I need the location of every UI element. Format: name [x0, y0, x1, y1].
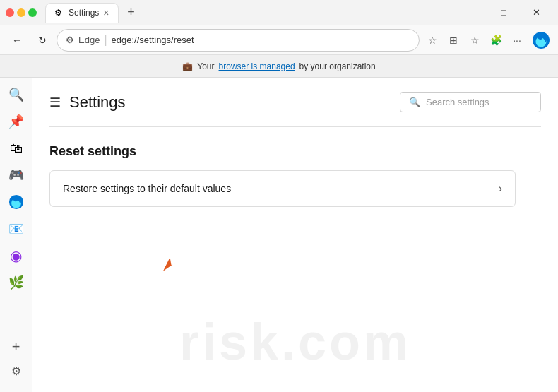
minimize-btn[interactable]: — [455, 0, 487, 25]
tab-bar: ⚙ Settings × + [45, 3, 141, 23]
sidebar-icon-pin[interactable]: 📌 [5, 110, 28, 133]
sidebar-icon-edge[interactable] [5, 191, 28, 213]
main-layout: 🔍 📌 🛍 🎮 📧 ◉ 🌿 + ⚙ ☰ Settings 🔍 Search se… [0, 78, 558, 392]
settings-tab[interactable]: ⚙ Settings × [45, 3, 119, 23]
watermark: risk.com [179, 313, 411, 371]
managed-link[interactable]: browser is managed [219, 61, 295, 71]
minimize-window-btn[interactable] [17, 8, 25, 17]
address-favicon-icon: ⚙ [66, 35, 74, 45]
search-settings-box[interactable]: 🔍 Search settings [400, 92, 541, 112]
sidebar-icon-games[interactable]: 🎮 [5, 164, 28, 186]
close-window-btn[interactable] [6, 8, 14, 17]
hamburger-menu-icon[interactable]: ☰ [49, 95, 61, 110]
tab-favicon-icon: ⚙ [54, 8, 64, 18]
section-title: Reset settings [49, 144, 541, 159]
title-bar-controls: — □ ✕ [455, 0, 552, 25]
refresh-button[interactable]: ↻ [31, 29, 54, 52]
sidebar-icon-purple[interactable]: ◉ [5, 244, 28, 267]
new-tab-button[interactable]: + [121, 3, 141, 23]
search-settings-placeholder: Search settings [426, 97, 489, 107]
page-title: Settings [69, 93, 126, 112]
favorites-icon[interactable]: ☆ [465, 30, 485, 50]
sidebar-bottom: + ⚙ [6, 331, 26, 386]
sidebar-icon-outlook[interactable]: 📧 [5, 218, 28, 240]
edge-profile-icon[interactable] [530, 29, 552, 52]
content-area: ☰ Settings 🔍 Search settings Reset setti… [32, 78, 558, 392]
maximize-btn[interactable]: □ [487, 0, 520, 25]
collections-icon[interactable]: ⊞ [444, 30, 463, 50]
more-button[interactable]: ··· [507, 30, 527, 50]
restore-defaults-card[interactable]: Restore settings to their default values… [49, 170, 516, 207]
settings-header: ☰ Settings 🔍 Search settings [49, 92, 541, 112]
info-bar: 💼 Your browser is managed by your organi… [0, 55, 558, 78]
divider [49, 126, 541, 127]
maximize-window-btn[interactable] [28, 8, 37, 17]
sidebar-icon-shopping[interactable]: 🛍 [5, 137, 28, 160]
sidebar-icon-green[interactable]: 🌿 [5, 271, 28, 294]
chevron-right-icon: › [499, 182, 502, 195]
title-bar: ⚙ Settings × + — □ ✕ [0, 0, 558, 25]
nav-tools: ☆ ⊞ ☆ 🧩 ··· [422, 30, 527, 50]
info-text-after: by your organization [299, 61, 376, 71]
sidebar-icon-search[interactable]: 🔍 [5, 83, 28, 106]
tab-close-icon[interactable]: × [103, 8, 109, 18]
search-icon: 🔍 [409, 97, 420, 107]
star-icon[interactable]: ☆ [422, 30, 442, 50]
nav-bar: ← ↻ ⚙ Edge | edge://settings/reset ☆ ⊞ ☆… [0, 25, 558, 55]
address-bar[interactable]: ⚙ Edge | edge://settings/reset [57, 29, 420, 52]
sidebar-add-button[interactable]: + [6, 337, 26, 357]
sidebar-gear-icon[interactable]: ⚙ [6, 361, 26, 381]
address-separator: | [104, 34, 107, 47]
address-brand: Edge [78, 35, 100, 45]
tab-label: Settings [69, 8, 99, 18]
back-button[interactable]: ← [6, 29, 28, 52]
restore-defaults-label: Restore settings to their default values [63, 183, 231, 194]
sidebar: 🔍 📌 🛍 🎮 📧 ◉ 🌿 + ⚙ [0, 78, 32, 392]
info-text-before: Your [197, 61, 214, 71]
extensions-icon[interactable]: 🧩 [486, 30, 506, 50]
info-icon: 💼 [182, 61, 193, 71]
close-btn[interactable]: ✕ [520, 0, 552, 25]
settings-title-row: ☰ Settings [49, 93, 126, 112]
address-url: edge://settings/reset [112, 35, 194, 45]
window-controls [6, 8, 37, 17]
